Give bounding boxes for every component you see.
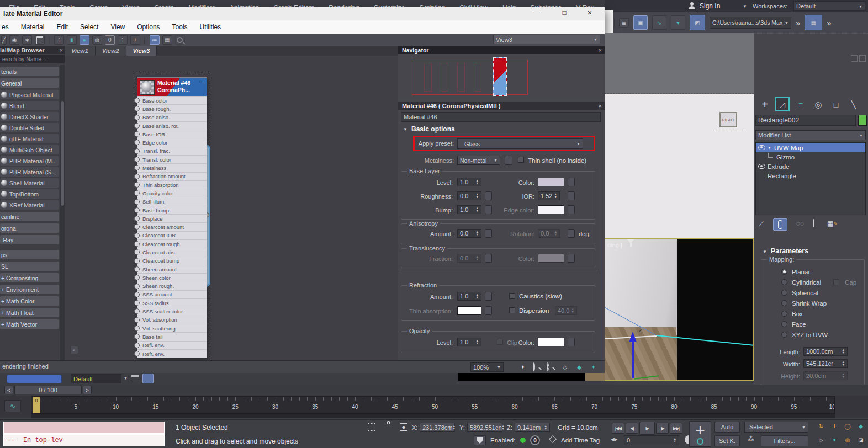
- pick-material-icon[interactable]: ◉: [9, 35, 19, 45]
- pan-to-selected-icon[interactable]: ✦: [589, 362, 599, 372]
- modifier-stack-row[interactable]: Rectangle: [756, 171, 865, 180]
- node-slot[interactable]: Transl. frac.: [137, 147, 207, 155]
- modifier-stack-row[interactable]: ▼UVW Map: [756, 143, 865, 152]
- browser-row[interactable]: Multi/Sub-Object: [0, 145, 59, 154]
- base-color-map-button[interactable]: [568, 178, 575, 186]
- browser-row[interactable]: glTF Material: [0, 134, 59, 143]
- frame-counter-field[interactable]: 0 / 100: [14, 386, 82, 394]
- editor-menu-item[interactable]: Utilities: [200, 23, 221, 31]
- modifier-list-dropdown[interactable]: Modifier List ▼: [755, 130, 866, 140]
- node-collapse-icon[interactable]: —: [200, 78, 205, 86]
- node-slot[interactable]: Clearcoat abs.: [137, 248, 207, 256]
- browser-row[interactable]: ps: [0, 250, 59, 259]
- go-to-start-button[interactable]: |◀◀: [612, 423, 624, 434]
- node-slot[interactable]: Transl. color: [137, 155, 207, 163]
- node-slot[interactable]: Displace: [137, 214, 207, 222]
- object-name-field[interactable]: Rectangle002: [755, 115, 856, 126]
- panel-close-icon[interactable]: ×: [599, 103, 602, 109]
- length-field[interactable]: 1000.0cm: [803, 347, 848, 356]
- mapping-radio[interactable]: [781, 290, 787, 296]
- browser-row[interactable]: Shell Material: [0, 178, 59, 188]
- camera-viewport[interactable]: ding ] z: [605, 238, 754, 381]
- open-mini-curve-editor-icon[interactable]: ∿: [4, 400, 21, 412]
- create-tab[interactable]: +: [758, 97, 772, 111]
- list-view-icon[interactable]: ⋮: [118, 35, 128, 45]
- expand-caret-icon[interactable]: ▼: [768, 146, 771, 150]
- play-button[interactable]: ▶: [639, 422, 655, 435]
- set-key-button[interactable]: Set K.: [714, 435, 740, 446]
- browser-row[interactable]: XRef Material: [0, 200, 59, 210]
- thin-absorption-map-button[interactable]: [485, 306, 492, 315]
- zero-badge[interactable]: 0: [530, 435, 540, 445]
- mapping-radio[interactable]: [781, 321, 787, 327]
- editor-menu-item[interactable]: Material: [21, 23, 45, 31]
- browser-row[interactable]: + Math Color: [0, 296, 59, 306]
- node-slot[interactable]: Refl. env.: [137, 341, 207, 349]
- zoom-tool-icon[interactable]: [175, 35, 185, 45]
- metalness-map-button[interactable]: [505, 156, 512, 165]
- editor-tab[interactable]: View3: [126, 46, 157, 56]
- opacity-color-map-button[interactable]: [568, 338, 575, 346]
- rotation-field[interactable]: 0.0: [538, 229, 560, 238]
- editor-menu-item[interactable]: View: [110, 23, 125, 31]
- node-slot[interactable]: Self-illum.: [137, 198, 207, 206]
- z-field[interactable]: 9.141cm: [515, 423, 550, 432]
- level-field[interactable]: 1.0: [457, 178, 481, 186]
- delete-selected-icon[interactable]: [35, 35, 45, 45]
- transl-color-swatch[interactable]: [538, 254, 564, 263]
- remove-modifier-icon[interactable]: [813, 220, 814, 227]
- aniso-amount-field[interactable]: 0.0: [457, 229, 481, 238]
- top-viewport[interactable]: RIGHT: [605, 94, 754, 238]
- zoom-all-icon[interactable]: ✛: [829, 422, 839, 431]
- caustics-checkbox[interactable]: [509, 293, 515, 299]
- opacity-level-spinner[interactable]: [476, 339, 479, 345]
- dispersion-checkbox[interactable]: [509, 307, 515, 313]
- node-slot[interactable]: SSS amount: [137, 290, 207, 298]
- selection-set-buttons[interactable]: [7, 375, 62, 383]
- propagation-zero-icon[interactable]: 0: [105, 35, 115, 45]
- orbit-icon[interactable]: ◍: [843, 435, 853, 445]
- maxscript-listener-white[interactable]: -- In top-lev: [3, 434, 165, 446]
- node-slot[interactable]: Clearcoat IOR: [137, 231, 207, 239]
- layer-explorer-icon[interactable]: ≣: [619, 18, 629, 28]
- node-slot[interactable]: Refr. env.: [137, 349, 207, 358]
- zoom-icon[interactable]: ⇅: [816, 422, 826, 431]
- z-axis-shaft[interactable]: [632, 342, 634, 378]
- sign-in-caret-icon[interactable]: ▼: [743, 4, 747, 9]
- zoom-tool-icon-2[interactable]: [533, 364, 535, 370]
- refr-amount-field[interactable]: 1.0: [457, 292, 481, 301]
- browser-header[interactable]: ial/Map Browser ×: [0, 46, 65, 54]
- y-field[interactable]: 5892.551cn: [467, 423, 502, 432]
- visibility-eye-icon[interactable]: [758, 145, 765, 150]
- parameters-caret-icon[interactable]: ▼: [763, 249, 767, 254]
- render-setup-icon[interactable]: ▼: [671, 15, 685, 30]
- object-color-swatch[interactable]: [858, 115, 867, 126]
- display-tab[interactable]: □: [829, 98, 843, 111]
- dispersion-field[interactable]: 40.0: [555, 306, 577, 315]
- transform-typein-icon[interactable]: ◆: [400, 423, 407, 431]
- utilities-tab[interactable]: ╲: [847, 98, 860, 111]
- width-field[interactable]: 545.121cr: [803, 359, 848, 368]
- mapping-option[interactable]: Planar: [761, 266, 865, 277]
- material-node[interactable]: Material #46 — CoronaPh... Base colorBas…: [137, 77, 207, 358]
- material-name-field[interactable]: Material #46: [401, 112, 601, 122]
- time-slider[interactable]: 0: [33, 397, 40, 414]
- editor-titlebar[interactable]: late Material Editor — □ ×: [0, 7, 605, 20]
- browser-row[interactable]: SL: [0, 262, 59, 271]
- next-frame-button[interactable]: >: [83, 386, 92, 394]
- modify-tab[interactable]: ◿: [775, 97, 790, 111]
- selection-set-field[interactable]: Default: [71, 374, 121, 383]
- refr-amount-spinner[interactable]: [476, 294, 479, 299]
- editor-tab[interactable]: View1: [65, 46, 96, 56]
- thin-shell-checkbox[interactable]: [518, 157, 524, 163]
- browser-row[interactable]: General: [0, 78, 59, 88]
- parameter-editor-icon[interactable]: ≔: [150, 35, 160, 45]
- refr-amount-map-button[interactable]: [485, 292, 492, 301]
- new-node-icon[interactable]: ∗: [22, 35, 32, 45]
- base-color-swatch[interactable]: [538, 178, 564, 186]
- editor-menu-item[interactable]: Edit: [56, 23, 68, 31]
- transl-color-map-button[interactable]: [568, 254, 575, 263]
- editor-zoom-select[interactable]: 100% ▼: [470, 362, 504, 372]
- roughness-field[interactable]: 0.0: [457, 191, 481, 200]
- filters-button[interactable]: Filters...: [761, 435, 808, 446]
